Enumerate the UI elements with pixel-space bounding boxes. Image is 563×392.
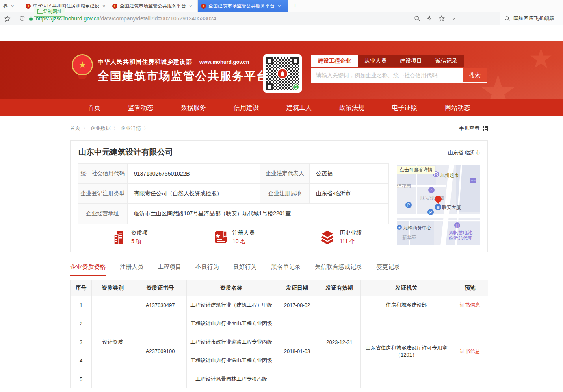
emblem-favicon-icon [112, 4, 117, 9]
col-validity: 发证有效期 [318, 280, 361, 296]
field-label: 统一社会信用代码 [78, 164, 128, 184]
search-tab-personnel[interactable]: 从业人员 [358, 55, 393, 67]
tab-close-icon[interactable]: × [11, 3, 14, 9]
nav-item-data-service[interactable]: 数据服务 [181, 99, 206, 116]
map-label: 九峰商务中心 [403, 225, 431, 231]
search-tab-enterprise[interactable]: 建设工程企业 [311, 55, 358, 67]
search-category-tabs: 建设工程企业 从业人员 建设项目 诚信记录 [311, 55, 487, 67]
layers-icon [320, 230, 335, 245]
col-preview: 预览 [452, 280, 488, 296]
certificate-book-icon [214, 230, 228, 245]
nav-item-supervision[interactable]: 监管动态 [128, 99, 153, 116]
seq-cell: 1 [71, 296, 92, 314]
browser-tab-jzsc-1[interactable]: 全国建筑市场监管公共服务平台 × [109, 0, 198, 12]
tab-title: 界 [3, 3, 8, 9]
field-label: 企业经营地址 [78, 204, 128, 224]
parking-poi-icon: P [405, 202, 412, 208]
search-tab-project[interactable]: 建设项目 [393, 55, 429, 67]
certificate-info-link[interactable]: 证书信息 [460, 348, 480, 354]
tab-change-records[interactable]: 变更记录 [376, 263, 400, 276]
breadcrumb-company-detail[interactable]: 企业详情 [121, 125, 141, 132]
battery-poi-icon: ▯ [454, 222, 460, 228]
breadcrumb-company-data[interactable]: 企业数据 [90, 125, 111, 132]
map-label: 联安大厦 [442, 204, 461, 211]
col-name: 资质名称 [187, 280, 276, 296]
company-location-map[interactable]: 点击可查看详情 ⊙ 九州超市 ATM 记花园 ⌂ 联安现代城 ▦ 联安大厦 P … [397, 165, 480, 245]
company-name: 山东中元建筑设计有限公司 [78, 147, 173, 157]
flash-icon[interactable] [427, 15, 432, 22]
col-issue-date: 发证日期 [276, 280, 318, 296]
tab-qualifications[interactable]: 企业资质资格 [70, 263, 106, 276]
qual-name-cell: 工程设计电力行业送电工程专业丙级 [187, 351, 276, 370]
ministry-name: 中华人民共和国住房和城乡建设部 [98, 58, 192, 65]
tab-registered-personnel[interactable]: 注册人员 [120, 263, 143, 276]
mobile-qr-icon[interactable] [482, 126, 488, 131]
seq-cell: 5 [71, 370, 92, 388]
map-label: 新华苑 [402, 234, 416, 241]
tab-close-icon[interactable]: × [102, 3, 106, 9]
nav-item-site-news[interactable]: 网站动态 [445, 99, 470, 116]
field-label: 企业登记注册类型 [78, 184, 128, 204]
issue-date-cell: 2017-08-02 [276, 296, 318, 314]
table-row: 企业经营地址 临沂市兰山区陶然路107号星河晶都（联安）现代城1号楼2201室 [78, 204, 389, 224]
atm-poi-icon: ATM [470, 178, 476, 183]
keyword-search-input[interactable] [311, 68, 487, 83]
emblem-favicon-icon [201, 4, 206, 9]
tab-good-behavior[interactable]: 良好行为 [233, 263, 257, 276]
map-tooltip: 点击可查看详情 [397, 166, 435, 174]
location-pin-icon [435, 196, 442, 202]
tab-projects[interactable]: 工程项目 [158, 263, 181, 276]
secure-lock-icon [28, 16, 33, 22]
table-row: 1 设计资质 A137030497 工程设计建筑行业（建筑工程）甲级 2017-… [71, 296, 488, 314]
tab-close-icon[interactable]: × [278, 3, 281, 9]
map-label: 记花园 [397, 183, 411, 190]
browser-chrome: 界 × 中华人民共和国住房和城乡建设 × 全国建筑市场监管公共服务平台 × 全国… [0, 0, 563, 25]
news-search-box[interactable]: 国航回应飞机颠簸 [500, 12, 563, 25]
col-authority: 发证机关 [361, 280, 452, 296]
tab-blacklist[interactable]: 黑名单记录 [271, 263, 301, 276]
table-row: 统一社会信用代码 91371302675501022B 企业法定代表人 公茂福 [78, 164, 389, 184]
site-banner: ★ 中华人民共和国住房和城乡建设部www.mohurd.gov.cn 全国建筑市… [0, 41, 563, 99]
urlbar-actions [414, 15, 457, 22]
nav-item-home[interactable]: 首页 [88, 99, 100, 116]
new-tab-button[interactable]: + [288, 0, 302, 12]
main-nav: 首页 监管动态 数据服务 信用建设 建筑工人 政策法规 电子证照 网站动态 [0, 99, 563, 116]
site-search-zone: 建设工程企业 从业人员 建设项目 诚信记录 搜索 [311, 55, 487, 83]
tab-close-icon[interactable]: × [189, 3, 192, 9]
address-value: 临沂市兰山区陶然路107号星河晶都（联安）现代城1号楼2201室 [128, 204, 389, 224]
search-tab-credit[interactable]: 诚信记录 [429, 55, 464, 67]
site-qr-code: S [263, 54, 302, 93]
qualification-table: 序号 资质类别 资质证书号 资质名称 发证日期 发证有效期 发证机关 预览 1 … [70, 280, 488, 388]
shield-icon[interactable] [19, 15, 25, 22]
emblem-favicon-icon [26, 4, 31, 9]
col-seq: 序号 [71, 280, 92, 296]
nav-item-e-license[interactable]: 电子证照 [392, 99, 417, 116]
tab-bad-behavior[interactable]: 不良行为 [195, 263, 219, 276]
search-icon [504, 16, 510, 22]
nav-item-credit[interactable]: 信用建设 [234, 99, 259, 116]
mobile-view-label[interactable]: 手机查看 [459, 125, 479, 132]
seq-cell: 3 [71, 333, 92, 351]
stat-value: 111 个 [340, 238, 362, 245]
stat-label: 历史业绩 [340, 229, 362, 237]
nav-item-policy[interactable]: 政策法规 [339, 99, 364, 116]
browser-tab-active[interactable]: 全国建筑市场监管公共服务平台 × [198, 0, 288, 12]
nav-item-workers[interactable]: 建筑工人 [286, 99, 312, 116]
breadcrumb-home[interactable]: 首页 [70, 125, 80, 132]
certificate-info-link[interactable]: 证书信息 [460, 302, 480, 308]
zoom-out-icon[interactable] [414, 15, 420, 22]
search-button[interactable]: 搜索 [463, 68, 487, 82]
map-label: 临沂总代理 [449, 235, 472, 242]
tab-dishonesty-records[interactable]: 失信联合惩戒记录 [315, 263, 362, 276]
ministry-url: www.mohurd.gov.cn [199, 59, 249, 65]
chevron-down-icon[interactable] [451, 16, 457, 21]
favorite-star-icon[interactable] [439, 15, 445, 22]
table-row: 企业登记注册类型 有限责任公司（自然人投资或控股） 企业注册属地 山东省-临沂市 [78, 184, 389, 204]
seq-cell: 4 [71, 351, 92, 370]
parking-poi-icon: P [427, 209, 434, 215]
authority-cell: 山东省住房和城乡建设厅许可专用章 （1201） [361, 314, 452, 388]
field-label: 企业法定代表人 [260, 164, 310, 184]
browser-tab-partial[interactable]: 界 × [0, 0, 22, 12]
bookmark-star-icon[interactable] [4, 15, 11, 22]
company-info-table: 统一社会信用代码 91371302675501022B 企业法定代表人 公茂福 … [78, 163, 389, 224]
